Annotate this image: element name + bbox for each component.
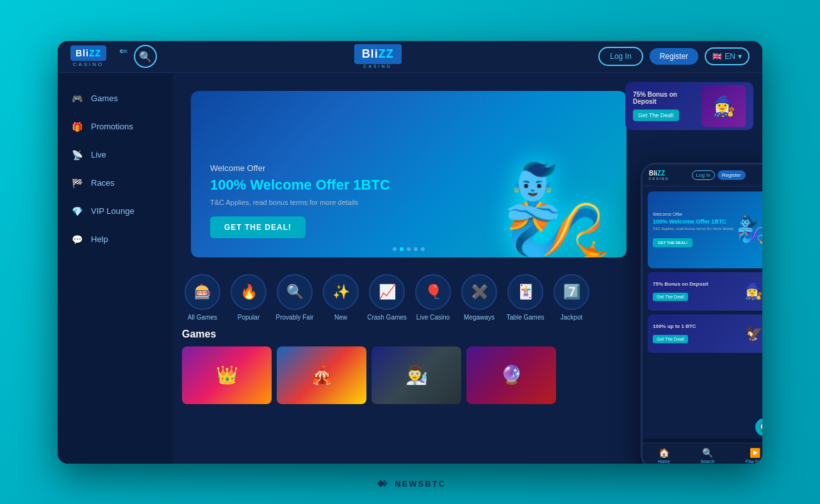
mobile-auth-buttons: Log In Register	[692, 170, 746, 180]
all-games-icon: 🎰	[184, 274, 220, 310]
hero-subtitle: T&C Applies, read bonus terms for more d…	[210, 199, 390, 206]
cat-live-casino[interactable]: 🎈 Live Casino	[413, 274, 454, 321]
sidebar-label-live: Live	[91, 150, 106, 159]
cat-crash-games[interactable]: 📈 Crash Games	[366, 274, 407, 321]
promo-1-title: 75% Bonus on Deposit	[633, 91, 701, 105]
cat-megaways[interactable]: ✖️ Megaways	[459, 274, 500, 321]
hero-character: 🧞	[486, 97, 627, 257]
flag-icon: 🇬🇧	[712, 52, 722, 61]
outer-background: BliZZ CASINO ⇐ 🔍 BliZZ CASINO	[0, 0, 820, 504]
login-button[interactable]: Log In	[598, 47, 643, 66]
home-icon: 🏠	[659, 448, 669, 458]
new-icon: ✨	[323, 274, 359, 310]
provably-fair-icon: 🔍	[277, 274, 313, 310]
cat-provably-fair[interactable]: 🔍 Provably Fair	[274, 274, 315, 321]
mobile-nav-home[interactable]: 🏠 Home	[658, 448, 670, 464]
mobile-promo-2-cta[interactable]: Get The Deal!	[653, 335, 688, 343]
mobile-nav-play[interactable]: ▶️ Play Now	[745, 448, 762, 464]
mobile-hero-label: Welcome Offer	[653, 212, 734, 216]
sidebar-item-vip[interactable]: 💎 VIP Lounge	[58, 199, 173, 224]
sidebar-item-help[interactable]: 💬 Help	[58, 227, 173, 252]
races-icon: 🏁	[70, 177, 83, 190]
cat-table-games[interactable]: 🃏 Table Games	[505, 274, 546, 321]
hero-cta-button[interactable]: GET THE DEAL!	[210, 216, 306, 238]
mobile-nav-search[interactable]: 🔍 Search	[700, 448, 714, 464]
hero-title: 100% Welcome Offer 1BTC	[210, 177, 390, 193]
cat-table-label: Table Games	[507, 314, 545, 321]
mobile-logo-subtitle: CASINO	[649, 177, 669, 181]
search-nav-icon: 🔍	[702, 448, 713, 458]
mobile-hero-cta[interactable]: GET THE DEAL!	[653, 238, 693, 247]
game-thumb-4[interactable]: 🔮	[466, 346, 556, 404]
mobile-promo-1-cta[interactable]: Get The Deal!	[653, 293, 688, 301]
cat-new[interactable]: ✨ New	[320, 274, 361, 321]
sidebar-label-vip: VIP Lounge	[91, 206, 135, 216]
sidebar-label-games: Games	[91, 93, 118, 103]
cat-provably-label: Provably Fair	[276, 314, 314, 321]
sidebar-item-races[interactable]: 🏁 Races	[58, 170, 173, 196]
center-logo-box: BliZZ	[354, 44, 402, 64]
game-thumb-1[interactable]: 👑	[182, 346, 272, 404]
game-thumb-3[interactable]: 👨‍🔬	[372, 346, 461, 404]
cat-jackpot-label: Jackpot	[561, 314, 582, 321]
mobile-hero-banner: Welcome Offer 100% Welcome Offer 1BTC T&…	[648, 191, 762, 268]
content-area: Welcome Offer 100% Welcome Offer 1BTC T&…	[173, 73, 762, 464]
hero-label: Welcome Offer	[210, 163, 390, 173]
table-games-icon: 🃏	[507, 274, 543, 310]
brand-logo: BliZZ CASINO	[70, 45, 106, 67]
promo-1-cta[interactable]: Get The Deal!	[633, 110, 679, 121]
live-icon: 📡	[70, 149, 83, 161]
cat-jackpot[interactable]: 7️⃣ Jackpot	[551, 274, 592, 321]
wizard-emoji: 🧙‍♀️	[712, 95, 735, 117]
mobile-login-button[interactable]: Log In	[692, 170, 715, 180]
cat-new-label: New	[334, 314, 347, 321]
play-icon: ▶️	[750, 448, 760, 458]
main-area: 🎮 Games 🎁 Promotions 📡 Live 🏁 Races 💎	[58, 73, 762, 464]
mobile-nav-play-label: Play Now	[745, 459, 762, 464]
mobile-hero-subtitle: T&C Applies, read bonus terms for more d…	[653, 227, 734, 232]
sidebar-label-help: Help	[91, 234, 108, 244]
logo-subtitle: CASINO	[70, 61, 106, 67]
mobile-promo-1-image: 🧙‍♀️	[737, 276, 762, 307]
cat-live-label: Live Casino	[416, 314, 450, 321]
language-button[interactable]: 🇬🇧 EN ▾	[705, 47, 750, 65]
game-4-image: 🔮	[466, 346, 556, 404]
cat-popular[interactable]: 🔥 Popular	[228, 274, 269, 321]
mobile-footer-nav: 🏠 Home 🔍 Search ▶️ Play Now	[643, 443, 762, 464]
sidebar-item-live[interactable]: 📡 Live	[58, 142, 173, 168]
hero-text: Welcome Offer 100% Welcome Offer 1BTC T&…	[191, 144, 409, 257]
promo-1-text: 75% Bonus on Deposit Get The Deal!	[633, 91, 701, 121]
side-promos: 75% Bonus on Deposit Get The Deal! 🧙‍♀️	[625, 82, 753, 130]
back-icon[interactable]: ⇐	[119, 45, 127, 68]
sidebar-label-promotions: Promotions	[91, 122, 133, 131]
game-thumb-2[interactable]: 🎪	[277, 346, 366, 404]
promo-card-1: 75% Bonus on Deposit Get The Deal! 🧙‍♀️	[625, 82, 753, 130]
game-1-image: 👑	[182, 346, 272, 404]
sidebar-item-games[interactable]: 🎮 Games	[58, 86, 173, 111]
newsbtc-footer: NEWSBTC	[374, 476, 446, 491]
cat-all-label: All Games	[188, 314, 217, 321]
mobile-header: BliZZ CASINO Log In Register ≡	[643, 165, 762, 186]
cat-all-games[interactable]: 🎰 All Games	[182, 274, 223, 321]
browser-topbar: BliZZ CASINO ⇐ 🔍 BliZZ CASINO	[58, 41, 762, 73]
dot-4	[414, 247, 418, 251]
vip-icon: 💎	[70, 205, 83, 218]
mobile-overlay: BliZZ CASINO Log In Register ≡	[641, 163, 762, 464]
search-icon[interactable]: 🔍	[134, 45, 157, 68]
newsbtc-logo-icon	[374, 476, 390, 491]
mobile-content: Welcome Offer 100% Welcome Offer 1BTC T&…	[643, 186, 762, 439]
promo-1-image: 🧙‍♀️	[701, 85, 746, 127]
sidebar-item-promotions[interactable]: 🎁 Promotions	[58, 114, 173, 140]
register-button[interactable]: Register	[650, 48, 699, 65]
mobile-promo-2-text: 100% up to 1 BTC Get The Deal!	[653, 323, 696, 343]
popular-icon: 🔥	[231, 274, 266, 310]
chevron-down-icon: ▾	[738, 52, 742, 61]
crash-games-icon: 📈	[369, 274, 405, 310]
mobile-promo-1-title: 75% Bonus on Deposit	[653, 281, 709, 287]
mobile-nav-search-label: Search	[700, 459, 714, 464]
mobile-hero-title: 100% Welcome Offer 1BTC	[653, 218, 734, 225]
center-logo: BliZZ CASINO	[170, 44, 586, 69]
promotions-icon: 🎁	[70, 120, 83, 133]
mobile-register-button[interactable]: Register	[718, 170, 746, 180]
mobile-hero-character: 🧞‍♀️	[734, 201, 762, 259]
